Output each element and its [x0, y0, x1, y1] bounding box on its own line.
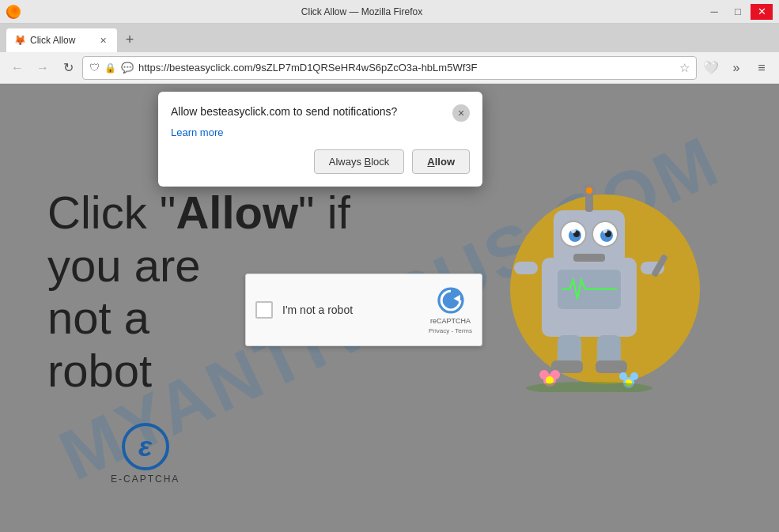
- notification-popup: Allow besteasyclick.com to send notifica…: [158, 92, 482, 187]
- allow-underline: A: [427, 156, 434, 168]
- nav-bar: ← → ↻ 🛡 🔒 💬 https://besteasyclick.com/9s…: [0, 52, 779, 84]
- new-tab-button[interactable]: +: [119, 28, 141, 51]
- click-text: Click "Allow" if: [47, 187, 350, 238]
- tab-title: Click Allow: [30, 35, 92, 46]
- recaptcha-label: I'm not a robot: [282, 304, 353, 316]
- notification-title: Allow besteasyclick.com to send notifica…: [171, 104, 397, 120]
- svg-point-27: [619, 372, 627, 380]
- svg-rect-21: [596, 360, 627, 373]
- ecaptcha-logo-icon: ε: [138, 430, 152, 463]
- tab-close-button[interactable]: ✕: [96, 34, 109, 47]
- title-bar: Click Allow — Mozilla Firefox ─ □ ✕: [0, 0, 779, 24]
- you-are-text: you are: [47, 240, 200, 291]
- page-content: MYANTIVIRUS.COM Click "Allow" if you are…: [0, 84, 779, 532]
- tab-favicon-icon: 🦊: [14, 35, 25, 46]
- ecaptcha-label-text: E-CAPTCHA: [111, 474, 180, 485]
- recaptcha-widget: I'm not a robot reCAPTCHA Privacy - Term…: [245, 274, 482, 346]
- allow-button[interactable]: Allow: [412, 149, 470, 174]
- firefox-logo-icon: [6, 5, 21, 19]
- window-controls: ─ □ ✕: [703, 4, 773, 20]
- nav-extra-buttons: 🤍 » ≡: [700, 57, 773, 79]
- menu-button[interactable]: ≡: [751, 57, 773, 79]
- recaptcha-brand-text: reCAPTCHA: [430, 317, 471, 326]
- recaptcha-left: I'm not a robot: [255, 301, 353, 319]
- learn-more-link[interactable]: Learn more: [171, 126, 470, 138]
- terms-link[interactable]: Terms: [455, 327, 472, 334]
- bookmark-icon[interactable]: ☆: [679, 61, 690, 75]
- maximize-button[interactable]: □: [727, 4, 749, 20]
- svg-point-12: [603, 228, 607, 233]
- close-button[interactable]: ✕: [751, 4, 773, 20]
- shield-icon: 🛡: [89, 62, 100, 74]
- recaptcha-links: Privacy - Terms: [429, 327, 472, 334]
- robot-illustration: [494, 147, 716, 400]
- active-tab[interactable]: 🦊 Click Allow ✕: [6, 28, 117, 52]
- forward-button[interactable]: →: [32, 57, 54, 79]
- svg-point-28: [630, 372, 638, 380]
- title-bar-left: [6, 5, 21, 19]
- svg-rect-15: [514, 262, 538, 274]
- recaptcha-logo-icon: [436, 285, 466, 315]
- robot-text: robot: [47, 345, 152, 396]
- window-title: Click Allow — Mozilla Firefox: [21, 6, 703, 17]
- privacy-link[interactable]: Privacy: [429, 327, 449, 334]
- url-text: https://besteasyclick.com/9sZLP7mD1QRSeH…: [138, 62, 675, 74]
- notification-header: Allow besteasyclick.com to send notifica…: [171, 104, 470, 122]
- url-bar[interactable]: 🛡 🔒 💬 https://besteasyclick.com/9sZLP7mD…: [82, 56, 697, 80]
- svg-point-11: [571, 228, 576, 233]
- back-button[interactable]: ←: [6, 57, 28, 79]
- always-block-button[interactable]: Always Block: [314, 149, 405, 174]
- lock-icon: 🔒: [104, 62, 116, 74]
- minimize-button[interactable]: ─: [703, 4, 725, 20]
- notification-icon: 💬: [121, 62, 134, 74]
- allow-bold-text: Allow: [176, 187, 298, 238]
- not-robot-text: not a: [47, 292, 149, 343]
- svg-rect-2: [585, 194, 593, 212]
- block-underline: B: [365, 156, 372, 168]
- extensions-button[interactable]: »: [725, 57, 747, 79]
- heart-icon-button[interactable]: 🤍: [700, 57, 722, 79]
- ecaptcha-container: ε E-CAPTCHA: [111, 423, 180, 485]
- svg-rect-13: [573, 254, 605, 262]
- robot-svg-icon: [494, 163, 684, 392]
- recaptcha-right: reCAPTCHA Privacy - Terms: [429, 285, 472, 334]
- tab-bar: 🦊 Click Allow ✕ +: [0, 24, 779, 52]
- notification-buttons: Always Block Allow: [171, 149, 470, 174]
- reload-button[interactable]: ↻: [57, 57, 79, 79]
- recaptcha-checkbox[interactable]: [255, 301, 273, 319]
- svg-point-4: [586, 187, 592, 194]
- notification-close-button[interactable]: ×: [452, 104, 470, 122]
